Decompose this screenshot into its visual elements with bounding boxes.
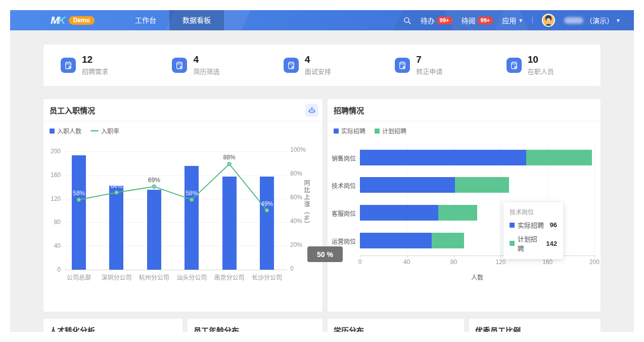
bar-2[interactable] — [147, 190, 161, 270]
todo-badge: 99+ — [437, 17, 452, 24]
stat-text: 12招聘需求 — [82, 55, 108, 76]
x-axis-tick-label: 40 — [397, 259, 417, 266]
toread-label: 待阅 — [462, 15, 476, 25]
bar-0[interactable] — [72, 155, 86, 270]
toread-menu-item[interactable]: 待阅 99+ — [462, 15, 493, 25]
planned-bar-1[interactable] — [455, 177, 509, 193]
x-axis-category-label: 杭州分公司 — [135, 274, 173, 281]
stat-text: 10在职人员 — [528, 55, 554, 76]
employee-onboarding-card: 员工入职情况 入职人数入职率 04080120160200020%40%60%8… — [43, 99, 323, 312]
actual-bar-1[interactable] — [360, 177, 455, 193]
legend-label: 计划招聘 — [382, 126, 406, 135]
tooltip-value: 142 — [546, 240, 557, 247]
clipboard-gear-icon — [61, 58, 76, 73]
charts-row: 员工入职情况 入职人数入职率 04080120160200020%40%60%8… — [43, 99, 601, 312]
left-chart-legend: 入职人数入职率 — [50, 126, 323, 135]
todo-label: 待办 — [421, 15, 435, 25]
bar-4[interactable] — [222, 177, 237, 270]
logo-k: K — [58, 14, 66, 26]
bottom-card-0: 人才转化分析 — [43, 319, 182, 332]
y2-axis-title: 同比上涨（%） — [302, 180, 311, 229]
y-axis-tick-label: 80 — [43, 219, 61, 226]
zoom-percent-tooltip: 50 % — [307, 246, 343, 262]
toread-badge: 99+ — [478, 17, 493, 24]
legend-item[interactable]: 实际招聘 — [334, 126, 365, 135]
clipboard-gear-icon — [507, 58, 522, 73]
square-swatch — [334, 129, 339, 134]
actual-bar-3[interactable] — [360, 233, 432, 248]
gridline — [65, 246, 287, 246]
tooltip-title: 技术岗位 — [510, 207, 557, 216]
planned-bar-2[interactable] — [438, 205, 477, 221]
nav-tab-1[interactable]: 数据看板 — [169, 10, 224, 30]
y-axis-tick-label: 40 — [43, 242, 61, 249]
line-swatch — [90, 130, 99, 132]
stat-item-3[interactable]: 7转正申请 — [378, 55, 489, 76]
demo-badge: Demo — [69, 16, 95, 25]
legend-item[interactable]: 入职人数 — [50, 126, 81, 135]
y-axis-tick-label: 0 — [43, 266, 61, 273]
tooltip-row: 计划招聘 142 — [510, 234, 557, 253]
stat-item-4[interactable]: 10在职人员 — [489, 55, 601, 76]
x-axis-category-label: 南京分公司 — [211, 274, 248, 281]
actual-bar-2[interactable] — [360, 205, 438, 221]
x-axis-category-label: 长沙分公司 — [248, 274, 286, 281]
card-title: 优秀员工比例 — [475, 325, 594, 332]
bottom-card-1: 员工年龄分布 — [188, 319, 323, 332]
ai-robot-button[interactable] — [305, 104, 318, 117]
user-name-redacted — [564, 17, 583, 24]
x-axis-tick-label: 200 — [584, 259, 605, 266]
stat-item-0[interactable]: 12招聘需求 — [43, 55, 155, 76]
planned-bar-0[interactable] — [526, 150, 592, 165]
chevron-down-icon: ▼ — [518, 18, 523, 23]
stat-label: 招聘需求 — [82, 66, 108, 76]
gridline — [594, 143, 595, 255]
category-label: 运营岗位 — [328, 237, 356, 245]
stat-label: 简历筛选 — [193, 66, 219, 76]
x-axis-category-label: 深圳分公司 — [98, 274, 135, 281]
legend-label: 实际招聘 — [341, 126, 365, 135]
chart-tooltip: 技术岗位 实际招聘 96 计划招聘 142 — [503, 202, 563, 259]
bar-1[interactable] — [109, 186, 123, 270]
onboarding-combo-chart: 04080120160200020%40%60%80%100%同比上涨（%）公司… — [43, 137, 323, 312]
bottom-card-3: 优秀员工比例 — [469, 319, 601, 332]
stat-value: 7 — [416, 55, 442, 65]
search-icon[interactable] — [403, 16, 411, 25]
card-title: 人才转化分析 — [50, 325, 176, 332]
x-axis-title: 人数 — [360, 274, 594, 281]
nav-tab-0[interactable]: 工作台 — [122, 10, 169, 30]
avatar[interactable] — [542, 14, 555, 27]
tooltip-series-label: 实际招聘 — [518, 220, 544, 230]
gridline — [65, 270, 287, 270]
category-label: 销售岗位 — [328, 154, 356, 162]
tooltip-value: 96 — [550, 221, 557, 229]
apps-menu-item[interactable]: 应用 ▼ — [502, 15, 523, 25]
stat-item-1[interactable]: 4简历筛选 — [155, 55, 266, 76]
gridline — [65, 175, 287, 176]
planned-bar-3[interactable] — [432, 233, 465, 248]
clipboard-gear-icon — [395, 58, 410, 73]
x-axis-tick-label: 0 — [350, 259, 370, 266]
rate-point-label: 64% — [105, 183, 127, 190]
card-title: 员工年龄分布 — [194, 325, 316, 332]
rate-point-label: 69% — [143, 177, 165, 184]
card-header: 招聘情况 — [328, 99, 601, 121]
stat-item-2[interactable]: 4面试安排 — [266, 55, 378, 76]
dashboard-content: 12招聘需求4简历筛选4面试安排7转正申请10在职人员 员工入职情况 入职人数入… — [10, 30, 634, 332]
app-logo[interactable]: M K Demo — [51, 14, 95, 26]
stat-label: 转正申请 — [416, 66, 442, 76]
legend-item[interactable]: 计划招聘 — [375, 126, 406, 135]
bar-5[interactable] — [260, 177, 274, 270]
category-label: 技术岗位 — [328, 181, 356, 190]
user-menu[interactable]: （演示） ▼ — [564, 15, 621, 25]
x-axis-tick-label: 120 — [490, 259, 511, 266]
user-mode-label: （演示） — [585, 15, 614, 25]
gridline — [65, 222, 287, 223]
series-color-swatch — [510, 223, 515, 228]
todo-menu-item[interactable]: 待办 99+ — [421, 15, 452, 25]
actual-bar-0[interactable] — [360, 150, 526, 165]
category-label: 客服岗位 — [328, 209, 356, 218]
top-nav: M K Demo 工作台数据看板 待办 99+ 待阅 99+ 应用 ▼ — [10, 10, 634, 30]
bar-3[interactable] — [185, 166, 199, 270]
legend-item[interactable]: 入职率 — [90, 126, 119, 135]
